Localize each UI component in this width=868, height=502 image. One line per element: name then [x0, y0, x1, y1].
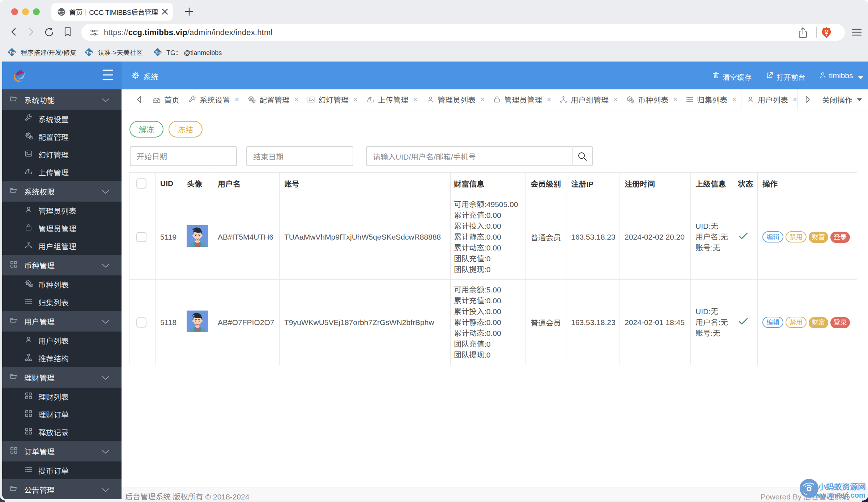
svg-text:Tm: Tm — [9, 50, 15, 55]
svg-text:Tm: Tm — [155, 50, 161, 55]
svg-text:Tm: Tm — [86, 50, 92, 55]
